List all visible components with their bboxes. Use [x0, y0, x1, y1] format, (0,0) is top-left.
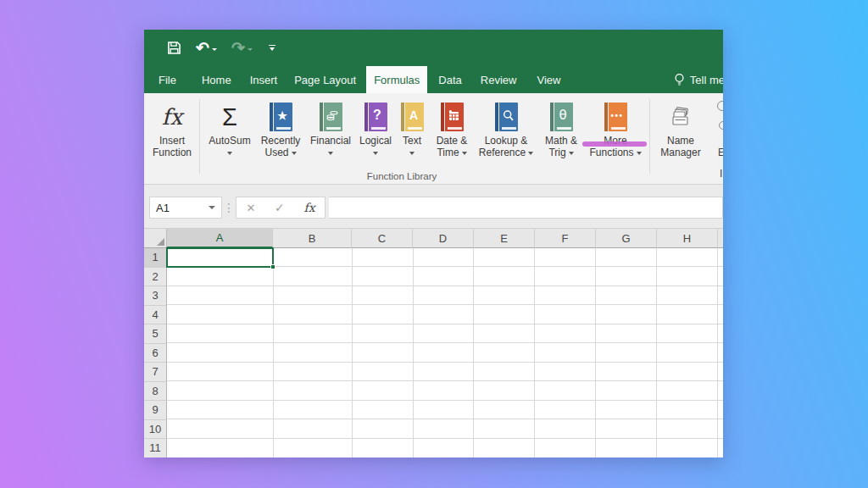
- book-coins-icon: [320, 103, 342, 131]
- name-box[interactable]: A1: [149, 197, 222, 219]
- row-header-7[interactable]: 7: [144, 363, 167, 382]
- dropdown-arrow-icon: [373, 152, 378, 155]
- column-header-clipped[interactable]: [718, 229, 723, 248]
- card-file-icon: [670, 106, 692, 128]
- column-header-f[interactable]: F: [535, 229, 596, 248]
- lookup-reference-button[interactable]: Lookup & Reference: [475, 99, 537, 158]
- name-manager-button[interactable]: Name Manager: [654, 99, 708, 158]
- tab-page-layout[interactable]: Page Layout: [287, 66, 364, 93]
- logical-button[interactable]: ? Logical: [356, 99, 395, 158]
- clipped-ribbon-label: E: [718, 147, 723, 158]
- sheet-grid[interactable]: 1 2 3 4 5 6 7 8 9 10 11: [144, 248, 723, 458]
- column-header-b[interactable]: B: [273, 229, 352, 248]
- gridline: [656, 248, 657, 458]
- name-box-dropdown-icon[interactable]: [209, 206, 215, 209]
- gridline: [595, 248, 596, 458]
- row-header-9[interactable]: 9: [144, 401, 167, 420]
- ribbon-separator: [199, 99, 200, 174]
- text-button[interactable]: A Text: [395, 99, 429, 158]
- tab-insert[interactable]: Insert: [242, 66, 286, 93]
- book-letter-a-icon: A: [401, 103, 424, 131]
- row-header-10[interactable]: 10: [144, 420, 167, 440]
- redo-icon: ↷: [231, 40, 253, 56]
- date-time-button[interactable]: Date & Time: [429, 99, 475, 158]
- customize-quick-access-icon[interactable]: [269, 45, 275, 52]
- excel-window: ↶ ↷ File Home Insert Page Layout Formula…: [144, 30, 723, 458]
- tab-file[interactable]: File: [151, 66, 184, 93]
- formula-input[interactable]: [329, 197, 723, 219]
- column-headers: A B C D E F G H: [144, 229, 723, 248]
- more-functions-button[interactable]: ••• More Functions: [585, 99, 646, 158]
- title-bar: ↶ ↷: [144, 30, 723, 66]
- formula-bar: A1 ⋮ ✕ ✓ fx: [144, 185, 723, 229]
- row-header-5[interactable]: 5: [144, 324, 167, 344]
- clipped-ribbon-label: I: [720, 168, 722, 180]
- gridline: [273, 248, 274, 458]
- group-label-function-library: Function Library: [144, 171, 659, 181]
- ribbon: fx Insert Function Σ AutoSum ★ Recently: [144, 93, 723, 185]
- fill-handle[interactable]: [270, 264, 275, 269]
- dropdown-arrow-icon: [292, 152, 297, 155]
- sigma-icon: Σ: [222, 105, 237, 130]
- dropdown-arrow-icon: [569, 152, 574, 155]
- book-question-icon: ?: [364, 103, 387, 131]
- dropdown-arrow-icon: [328, 152, 333, 155]
- cancel-icon[interactable]: ✕: [246, 202, 255, 214]
- column-header-a[interactable]: A: [167, 229, 273, 248]
- ribbon-separator: [649, 99, 650, 174]
- tab-home[interactable]: Home: [194, 66, 239, 93]
- gridline: [352, 248, 353, 458]
- column-header-g[interactable]: G: [596, 229, 657, 248]
- save-icon[interactable]: [167, 41, 181, 55]
- recently-used-button[interactable]: ★ Recently Used: [256, 99, 305, 158]
- column-header-d[interactable]: D: [413, 229, 474, 248]
- row-header-3[interactable]: 3: [144, 286, 167, 306]
- row-header-11[interactable]: 11: [144, 439, 167, 458]
- dropdown-arrow-icon: [409, 152, 415, 155]
- fx-icon: fx: [162, 104, 182, 130]
- autosum-button[interactable]: Σ AutoSum: [203, 99, 256, 158]
- select-all-corner[interactable]: [144, 229, 167, 248]
- row-header-1[interactable]: 1: [144, 248, 167, 268]
- column-header-c[interactable]: C: [352, 229, 413, 248]
- selected-cell-a1[interactable]: [166, 247, 274, 268]
- clipped-ribbon-icon: [717, 101, 723, 111]
- grid-horizontal-lines: [167, 248, 723, 458]
- math-trig-button[interactable]: θ Math & Trig: [537, 99, 585, 158]
- redo-dropdown-icon: [248, 48, 253, 51]
- tab-view[interactable]: View: [529, 66, 568, 93]
- enter-icon[interactable]: ✓: [275, 201, 285, 214]
- insert-function-button[interactable]: fx Insert Function: [148, 99, 196, 158]
- dropdown-arrow-icon: [637, 152, 642, 155]
- undo-dropdown-icon[interactable]: [212, 48, 217, 51]
- row-headers: 1 2 3 4 5 6 7 8 9 10 11: [144, 248, 167, 458]
- row-header-8[interactable]: 8: [144, 382, 167, 402]
- gridline: [534, 248, 535, 458]
- tab-review[interactable]: Review: [473, 66, 525, 93]
- financial-button[interactable]: Financial: [305, 99, 356, 158]
- formula-bar-buttons: ✕ ✓ fx: [236, 197, 326, 219]
- insert-function-label: Insert: [159, 135, 185, 147]
- book-theta-icon: θ: [550, 103, 573, 131]
- name-box-value: A1: [156, 202, 170, 214]
- row-header-6[interactable]: 6: [144, 344, 167, 363]
- gridline: [473, 248, 474, 458]
- gridline: [413, 248, 414, 458]
- purple-underline-annotation: [582, 141, 647, 147]
- gridline: [717, 248, 718, 458]
- undo-icon[interactable]: ↶: [196, 40, 217, 56]
- tab-formulas[interactable]: Formulas: [366, 66, 427, 93]
- dropdown-arrow-icon: [528, 152, 533, 155]
- row-header-2[interactable]: 2: [144, 268, 167, 287]
- book-star-icon: ★: [270, 103, 292, 131]
- formula-bar-grip[interactable]: ⋮: [222, 197, 236, 214]
- tell-me-box[interactable]: Tell me: [670, 66, 723, 93]
- tab-data[interactable]: Data: [431, 66, 469, 93]
- column-header-e[interactable]: E: [474, 229, 535, 248]
- insert-function-fx-icon[interactable]: fx: [304, 201, 315, 214]
- ribbon-tab-bar: File Home Insert Page Layout Formulas Da…: [144, 66, 723, 93]
- dropdown-arrow-icon: [462, 152, 467, 155]
- row-header-4[interactable]: 4: [144, 306, 167, 325]
- book-dots-icon: •••: [604, 103, 627, 131]
- column-header-h[interactable]: H: [657, 229, 718, 248]
